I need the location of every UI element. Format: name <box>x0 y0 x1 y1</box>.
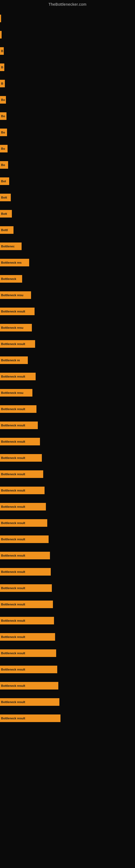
bar-label: Bo <box>1 98 5 101</box>
bar-row: B <box>0 75 135 92</box>
bar-label: Bo <box>1 147 5 150</box>
bar-label: Bottleneck result <box>1 586 25 590</box>
bar-label: Bottleneck resu <box>1 293 24 297</box>
bar-row: Bottleneck result <box>0 629 135 645</box>
bar-row: Bottleneck res <box>0 254 135 271</box>
bar-label: Bottleneck result <box>1 717 25 720</box>
bar-row: Bo <box>0 157 135 173</box>
bar-item: Bottleneck result <box>0 470 43 478</box>
bar-row: Bottleneck <box>0 271 135 287</box>
bar-label: Bottleneck resu <box>1 326 24 329</box>
bar-item: Bottleneck <box>0 275 22 283</box>
bar-label: B <box>1 82 3 85</box>
bar-row: Bottleneck result <box>0 645 135 661</box>
bar-label: Bottleneck result <box>1 603 25 606</box>
bar-label: Bottleneck result <box>1 440 25 443</box>
site-title-container: TheBottlenecker.com <box>0 0 135 8</box>
bar-item: Bottlenec <box>0 243 21 250</box>
bar-label: Bottleneck <box>1 277 16 280</box>
bar-row: Bottleneck result <box>0 547 135 564</box>
bar-item: Bottleneck result <box>0 503 46 510</box>
bar-item: Bott <box>0 194 11 201</box>
bar-label: Bottleneck result <box>1 489 25 492</box>
bar-item: Bot <box>0 177 9 185</box>
bar-item: Bottleneck result <box>0 438 40 445</box>
bar-row: Bottlenec <box>0 238 135 254</box>
bar-label: Bottleneck result <box>1 619 25 622</box>
bar-row <box>0 27 135 43</box>
bar-row: Bo <box>0 124 135 141</box>
bar-item: Bo <box>0 112 6 120</box>
bar-row: Bott <box>0 206 135 222</box>
bar-row <box>0 10 135 27</box>
bar-label: Bottleneck result <box>1 375 25 378</box>
bar-item: Bottleneck result <box>0 308 35 315</box>
bar-item <box>0 14 1 22</box>
bar-label: Bottleneck result <box>1 701 25 704</box>
bar-item: Bottleneck re <box>0 356 28 364</box>
bar-row: Bottleneck result <box>0 466 135 482</box>
bar-label: Bottleneck result <box>1 554 25 557</box>
bar-item: Bottleneck result <box>0 568 51 576</box>
bar-label: Bo <box>1 131 5 134</box>
bar-row: Bottleneck result <box>0 580 135 596</box>
bar-row: B <box>0 43 135 59</box>
bar-label: Bottleneck result <box>1 456 25 460</box>
bar-row: Bottleneck result <box>0 564 135 580</box>
bar-row: Bottleneck result <box>0 499 135 515</box>
bar-label: Bottl <box>1 228 8 231</box>
bar-row: Bottleneck result <box>0 531 135 547</box>
bar-item: Bottleneck result <box>0 682 58 689</box>
bar-row: Bo <box>0 92 135 108</box>
bar-item: Bottleneck result <box>0 649 56 657</box>
bar-item <box>0 31 2 38</box>
bar-item: Bottleneck result <box>0 617 54 624</box>
bar-item: Bottleneck result <box>0 633 55 641</box>
bar-row: Bo <box>0 108 135 124</box>
bar-row: Bottleneck resu <box>0 384 135 401</box>
bar-label: Bottleneck result <box>1 407 25 411</box>
bar-row: Bottleneck result <box>0 482 135 499</box>
bar-row: Bottleneck result <box>0 678 135 694</box>
bar-label: Bottleneck re <box>1 359 20 362</box>
bar-item: Bo <box>0 145 8 152</box>
bar-row: Bottleneck re <box>0 352 135 368</box>
bar-label: Bottleneck result <box>1 538 25 541</box>
bar-label: Bott <box>1 196 7 199</box>
bar-label: B <box>1 50 3 53</box>
bar-row: Bo <box>0 141 135 157</box>
bar-label: Bottleneck result <box>1 570 25 574</box>
bar-label: Bottleneck result <box>1 652 25 655</box>
bar-label: Bo <box>1 163 5 166</box>
bars-container: BBBBoBoBoBoBoBotBottBottBottlBottlenecBo… <box>0 8 135 726</box>
bar-label: Bottleneck result <box>1 472 25 476</box>
bar-item: Bottleneck result <box>0 698 59 706</box>
bar-label: Bottleneck result <box>1 635 25 639</box>
bar-item: Bottleneck result <box>0 340 35 348</box>
bar-row: Bottleneck result <box>0 515 135 531</box>
bar-row: B <box>0 59 135 75</box>
bar-row: Bottleneck result <box>0 613 135 629</box>
bar-item: Bottleneck result <box>0 584 52 592</box>
bar-label: Bo <box>1 115 5 118</box>
bar-item: Bottleneck result <box>0 519 47 527</box>
bar-item: Bottleneck result <box>0 535 49 543</box>
bar-label: B <box>1 66 3 69</box>
bar-row: Bott <box>0 189 135 206</box>
bar-row: Bottl <box>0 222 135 238</box>
bar-label: Bottleneck result <box>1 521 25 525</box>
bar-item: B <box>0 80 5 87</box>
bar-item: Bottleneck result <box>0 422 38 429</box>
bar-row: Bottleneck result <box>0 450 135 466</box>
bar-row: Bottleneck result <box>0 710 135 726</box>
bar-item: Bottleneck result <box>0 714 60 722</box>
bar-row: Bottleneck result <box>0 417 135 433</box>
bar-item: B <box>0 63 4 71</box>
bar-label: Bottleneck result <box>1 668 25 671</box>
bar-label: Bottleneck result <box>1 310 25 313</box>
bar-row: Bottleneck result <box>0 401 135 417</box>
bar-row: Bottleneck resu <box>0 287 135 303</box>
bar-row: Bottleneck result <box>0 596 135 613</box>
bar-label: Bottleneck res <box>1 261 21 264</box>
bar-item: Bo <box>0 96 6 104</box>
